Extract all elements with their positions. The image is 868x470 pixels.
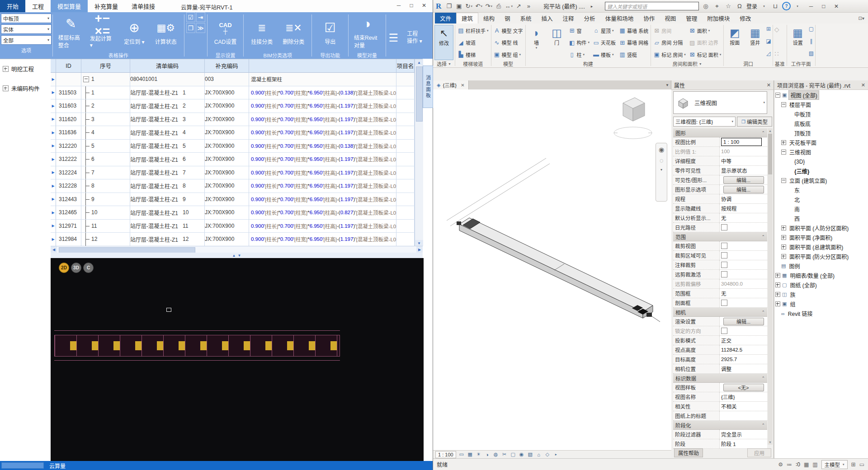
close-icon[interactable]: ✕ bbox=[767, 82, 771, 88]
analytic-icon[interactable]: ◇ bbox=[544, 451, 551, 457]
type-dropdown-icon[interactable]: ▾ bbox=[763, 101, 765, 104]
tree-node-面积平面 (总建筑面积)[interactable]: 面积平面 (总建筑面积) bbox=[775, 242, 866, 252]
sync-icon[interactable]: ↻▾ bbox=[464, 2, 473, 11]
tool-门[interactable]: ◫门 bbox=[547, 25, 566, 60]
properties-scrollbar[interactable]: ▲ ▼ bbox=[768, 128, 773, 445]
table-row[interactable]: ▶3122247站厅层-混凝土柱-Z17JX:700X9000.900′ [柱长… bbox=[51, 166, 423, 180]
select-toggle-icon[interactable]: ▥ bbox=[812, 461, 817, 468]
app-store-cart-icon[interactable]: ⊔ bbox=[771, 3, 780, 9]
panel-label-构建[interactable]: 构建 bbox=[526, 60, 651, 67]
instance-selector[interactable]: 三维视图: {三维}▾ bbox=[673, 117, 736, 127]
ribbon-tab-模型算量[interactable]: 模型算量 bbox=[51, 0, 88, 12]
tree-node-中板顶[interactable]: 中板顶 bbox=[775, 109, 866, 119]
expand-plus-icon[interactable] bbox=[775, 273, 780, 278]
tree-node-西[interactable]: 西 bbox=[775, 214, 866, 223]
steering-wheel-icon[interactable]: ◉ bbox=[659, 146, 664, 153]
message-panel-tab[interactable]: 消息面板 bbox=[423, 66, 433, 108]
prop-value[interactable]: 协调 bbox=[720, 194, 767, 203]
prop-edit-button[interactable]: 编辑... bbox=[723, 318, 764, 325]
ribbon-tab-补充算量[interactable]: 补充算量 bbox=[88, 0, 125, 12]
tool-栏杆扶手[interactable]: ▤栏杆扶手▾ bbox=[457, 26, 490, 35]
splitter-up-icon[interactable]: ▲ bbox=[232, 254, 236, 258]
expand-plus-icon[interactable] bbox=[775, 292, 780, 297]
checkbox[interactable] bbox=[721, 271, 727, 277]
worksets-icon[interactable]: ⚙ bbox=[778, 461, 783, 468]
title-expand-icon[interactable]: ▸ bbox=[587, 4, 596, 9]
open-icon[interactable]: ❐ bbox=[444, 2, 453, 11]
column-header-5[interactable]: 项目名 bbox=[396, 59, 415, 73]
tree-node-面积平面 (人防分区面积)[interactable]: 面积平面 (人防分区面积) bbox=[775, 223, 866, 233]
prop-value[interactable] bbox=[720, 251, 767, 260]
prop-edit-button[interactable]: 编辑... bbox=[723, 176, 764, 184]
zoom-icon[interactable]: ◌ bbox=[660, 157, 663, 164]
prop-value[interactable]: 无 bbox=[720, 289, 767, 298]
prop-value[interactable]: 调整 bbox=[720, 364, 767, 373]
type-selector[interactable]: 三维视图 ▾ bbox=[673, 91, 767, 114]
panel-label-基准[interactable]: 基准 bbox=[773, 60, 787, 67]
tree-node-北[interactable]: 北 bbox=[775, 195, 866, 204]
prop-edit-button[interactable]: 编辑... bbox=[723, 186, 764, 193]
search-input[interactable]: 键入关键字或短语 bbox=[605, 2, 699, 10]
small-tool-icon-7-2[interactable]: ▧ bbox=[809, 50, 814, 59]
help-dropdown-icon[interactable]: ▾ bbox=[793, 5, 802, 8]
prop-value[interactable] bbox=[720, 223, 767, 232]
shadows-icon[interactable]: ◑ bbox=[484, 452, 491, 457]
temporary-hide-icon[interactable]: ▧ bbox=[527, 451, 533, 457]
tool-竖梃[interactable]: ▥竖梃 bbox=[618, 50, 649, 59]
prop-value[interactable]: 编辑... bbox=[720, 185, 767, 194]
design-options-icon[interactable]: ≔ bbox=[787, 461, 792, 468]
copy-rows-icon[interactable]: ❐ bbox=[186, 23, 195, 33]
prop-value[interactable] bbox=[720, 298, 767, 307]
collapse-rows-icon[interactable]: ≫ bbox=[196, 23, 205, 33]
checkbox[interactable] bbox=[721, 252, 727, 258]
drawing-area[interactable]: ◉ ◌ ▾ bbox=[433, 89, 671, 450]
table-row[interactable]: ▶3122205站厅层-混凝土柱-Z15JX:700X9000.900′ [柱长… bbox=[51, 140, 423, 153]
table-horizontal-scrollbar[interactable]: ◀ ▶ bbox=[51, 246, 423, 253]
small-tool-icon-7-1[interactable]: ∥ bbox=[809, 38, 814, 47]
revit-tab-结构[interactable]: 结构 bbox=[478, 13, 500, 24]
account-dropdown-icon[interactable]: ▾ bbox=[760, 5, 769, 8]
expand-plus-icon[interactable] bbox=[3, 85, 9, 91]
tool-设置[interactable]: ▦设置 bbox=[788, 25, 807, 60]
menu-lines-icon[interactable]: ☰ bbox=[389, 32, 399, 44]
tree-node-三维视图[interactable]: 三维视图 bbox=[775, 147, 866, 157]
tool-标记 房间[interactable]: ▣标记 房间▾ bbox=[652, 50, 687, 59]
tool-竖井[interactable]: ▦竖井 bbox=[745, 25, 764, 60]
check-overlay-icon[interactable]: ☑ bbox=[186, 12, 195, 22]
sun-path-icon[interactable]: ☀ bbox=[476, 451, 482, 457]
expand-rows-icon[interactable]: ⇥ bbox=[196, 12, 205, 22]
export-button[interactable]: ☑ 导出 bbox=[315, 18, 345, 46]
revit-tab-视图[interactable]: 视图 bbox=[660, 13, 681, 24]
prop-value[interactable]: 100 bbox=[720, 147, 767, 156]
prop-value[interactable]: 按规程 bbox=[720, 204, 767, 213]
hook-category-button[interactable]: ≣ 挂接分类 bbox=[246, 18, 277, 46]
small-tool-icon-5-0[interactable]: ⊞ bbox=[766, 26, 771, 35]
tree-node-顶板顶[interactable]: 顶板顶 bbox=[775, 128, 866, 138]
prop-value[interactable]: 无 bbox=[720, 213, 767, 222]
panel-label-房间和面积[interactable]: 房间和面积▼ bbox=[651, 60, 723, 67]
scale-button[interactable]: 1 : 100 bbox=[435, 451, 456, 458]
render-icon[interactable]: ◍ bbox=[493, 451, 499, 457]
prop-value[interactable]: 112842.5 bbox=[720, 345, 767, 354]
communication-center-icon[interactable]: ⌖ bbox=[712, 3, 722, 10]
checkbox[interactable] bbox=[721, 328, 727, 334]
tool-幕墙 网格[interactable]: ⊞幕墙 网格 bbox=[618, 38, 649, 47]
collapse-chevron-icon[interactable]: ⌃ bbox=[761, 131, 765, 135]
ribbon-tab-工程[interactable]: 工程 bbox=[25, 0, 51, 12]
revit-logo-icon[interactable]: R bbox=[436, 2, 441, 11]
cad-mode-3D-button[interactable]: 3D bbox=[71, 263, 81, 273]
tree-node-图例[interactable]: ▤图例 bbox=[775, 261, 866, 271]
table-row[interactable]: ▶31297111站厅层-混凝土柱-Z111JX:700X9000.900′ [… bbox=[51, 220, 423, 233]
minimize-icon[interactable]: ─ bbox=[394, 1, 404, 9]
cad-preview-viewport[interactable]: 2D3DC bbox=[51, 258, 424, 461]
small-tool-icon-7-0[interactable]: ▢ bbox=[809, 26, 814, 35]
table-row[interactable]: ▶3115031站厅层-混凝土柱-Z11JX:700X9000.900′ [柱长… bbox=[51, 86, 423, 100]
table-vertical-scrollbar[interactable]: ▲ ▼ bbox=[415, 59, 423, 246]
aligned-dimension-icon[interactable]: ↗ bbox=[514, 2, 523, 11]
table-row[interactable]: ▶3122288站厅层-混凝土柱-Z18JX:700X9000.900′ [柱长… bbox=[51, 179, 423, 193]
panel-label-楼梯坡道[interactable]: 楼梯坡道 bbox=[455, 60, 491, 67]
undo-icon[interactable]: ↶▾ bbox=[474, 2, 483, 11]
expand-plus-icon[interactable] bbox=[781, 226, 786, 230]
prop-value[interactable]: 编辑... bbox=[720, 317, 767, 326]
prop-group-阶段化[interactable]: 阶段化⌃ bbox=[673, 421, 767, 430]
